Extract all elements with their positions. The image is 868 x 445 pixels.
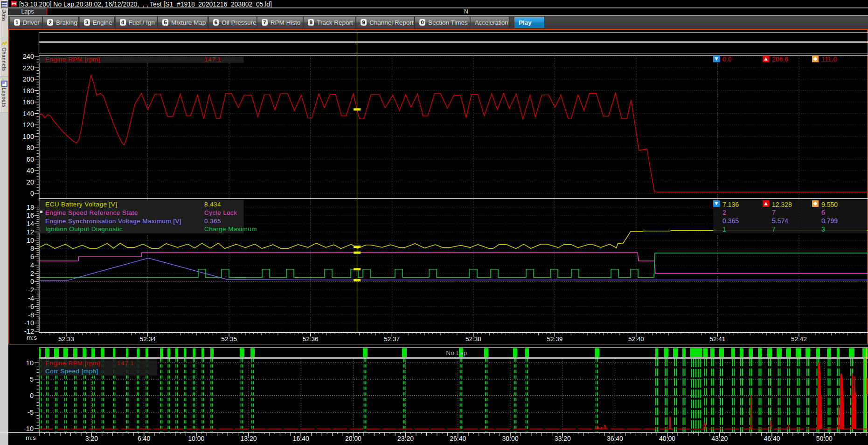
svg-text:52:41: 52:41: [710, 335, 726, 342]
svg-text:-6: -6: [28, 303, 34, 310]
svg-text:160: 160: [23, 98, 34, 106]
svg-text:52:40: 52:40: [628, 335, 644, 342]
svg-text:52:42: 52:42: [791, 335, 807, 342]
svg-text:Engine RPM [rpm]: Engine RPM [rpm]: [45, 56, 100, 63]
svg-text:240: 240: [23, 53, 34, 60]
svg-text:No Lap: No Lap: [446, 349, 467, 356]
svg-text:Charge Maximum: Charge Maximum: [204, 226, 257, 233]
svg-text:5.574: 5.574: [772, 217, 788, 225]
svg-text:52:34: 52:34: [140, 335, 156, 342]
svg-text:0: 0: [30, 278, 34, 285]
svg-text:5: 5: [30, 376, 34, 383]
svg-text:14: 14: [27, 220, 34, 227]
svg-text:6: 6: [30, 253, 34, 260]
svg-text:ECU Battery Voltage [V]: ECU Battery Voltage [V]: [45, 201, 117, 208]
svg-text:-5: -5: [28, 409, 34, 416]
svg-text:100: 100: [23, 133, 34, 140]
svg-text:3: 3: [821, 226, 825, 233]
svg-text:0.799: 0.799: [821, 217, 838, 225]
svg-text:16: 16: [27, 212, 34, 219]
svg-text:0: 0: [30, 392, 34, 399]
svg-text:7.136: 7.136: [722, 201, 739, 208]
svg-text:40: 40: [27, 167, 34, 174]
svg-text:-2: -2: [28, 286, 34, 294]
svg-text:80: 80: [27, 144, 34, 151]
svg-text:Ignition Output Diagnostic: Ignition Output Diagnostic: [45, 226, 123, 233]
svg-text:2: 2: [30, 270, 34, 277]
svg-text:206.6: 206.6: [772, 55, 788, 63]
svg-text:180: 180: [23, 87, 34, 95]
svg-text:52:37: 52:37: [384, 335, 400, 342]
svg-text:52:38: 52:38: [465, 335, 481, 342]
svg-text:-8: -8: [28, 311, 34, 319]
svg-text:-4: -4: [28, 294, 34, 302]
svg-text:-10: -10: [24, 425, 34, 432]
svg-text:0.365: 0.365: [204, 218, 221, 225]
svg-text:120: 120: [23, 121, 34, 129]
svg-text:18: 18: [27, 204, 34, 211]
svg-text:140: 140: [23, 110, 34, 117]
svg-text:Cycle Lock: Cycle Lock: [204, 209, 237, 216]
svg-text:52:39: 52:39: [547, 335, 562, 342]
svg-text:200: 200: [23, 75, 34, 83]
svg-text:Engine Speed Reference State: Engine Speed Reference State: [45, 209, 138, 216]
svg-text:12: 12: [27, 228, 34, 236]
svg-text:147.1: 147.1: [204, 56, 221, 63]
svg-text:Corr Speed [mph]: Corr Speed [mph]: [45, 368, 98, 375]
svg-text:10: 10: [26, 359, 34, 367]
svg-text:1: 1: [722, 226, 726, 233]
svg-text:m:s: m:s: [27, 334, 37, 341]
svg-text:4: 4: [30, 261, 34, 269]
svg-text:6: 6: [821, 209, 825, 216]
svg-text:0: 0: [30, 190, 34, 197]
svg-text:0.365: 0.365: [722, 217, 739, 225]
svg-text:-10: -10: [24, 319, 34, 327]
svg-text:9.550: 9.550: [821, 201, 838, 208]
svg-text:0.0: 0.0: [722, 55, 732, 63]
svg-text:220: 220: [23, 64, 34, 72]
svg-text:52:33: 52:33: [58, 335, 74, 342]
svg-text:12.328: 12.328: [772, 201, 792, 208]
svg-text:52:36: 52:36: [303, 335, 319, 342]
svg-text:10: 10: [27, 237, 34, 244]
svg-text:7: 7: [772, 226, 776, 233]
svg-text:Engine Synchronisation Voltage: Engine Synchronisation Voltage Maximum […: [45, 218, 181, 225]
svg-text:147.1: 147.1: [117, 360, 134, 367]
svg-text:52:35: 52:35: [221, 335, 237, 342]
svg-text:Engine RPM [rpm]: Engine RPM [rpm]: [45, 360, 100, 367]
svg-text:60: 60: [27, 156, 34, 163]
svg-text:20: 20: [27, 178, 34, 186]
svg-text:2: 2: [722, 209, 726, 216]
svg-text:m:s: m:s: [26, 434, 36, 441]
svg-text:8: 8: [30, 245, 34, 252]
svg-text:111.0: 111.0: [821, 55, 837, 63]
svg-text:8.434: 8.434: [204, 201, 221, 208]
svg-text:7: 7: [772, 209, 776, 216]
